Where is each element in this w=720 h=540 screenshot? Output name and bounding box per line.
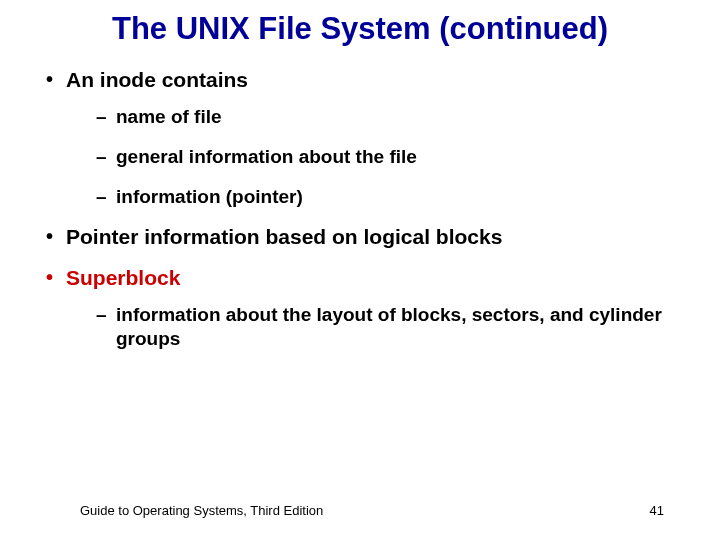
footer: Guide to Operating Systems, Third Editio… [80,503,664,518]
sub-item: general information about the file [94,145,680,169]
footer-source: Guide to Operating Systems, Third Editio… [80,503,323,518]
bullet-text: Superblock [66,266,180,289]
slide-title: The UNIX File System (continued) [40,10,680,49]
sub-item: name of file [94,105,680,129]
bullet-list: An inode contains name of file general i… [40,67,680,351]
slide: The UNIX File System (continued) An inod… [0,0,720,540]
sub-list-inode: name of file general information about t… [66,105,680,208]
bullet-text: Pointer information based on logical blo… [66,225,502,248]
bullet-text: An inode contains [66,68,248,91]
bullet-inode: An inode contains name of file general i… [42,67,680,209]
page-number: 41 [650,503,664,518]
bullet-pointer-info: Pointer information based on logical blo… [42,224,680,250]
sub-list-superblock: information about the layout of blocks, … [66,303,680,351]
sub-item: information (pointer) [94,185,680,209]
sub-item: information about the layout of blocks, … [94,303,680,351]
bullet-superblock: Superblock information about the layout … [42,265,680,351]
